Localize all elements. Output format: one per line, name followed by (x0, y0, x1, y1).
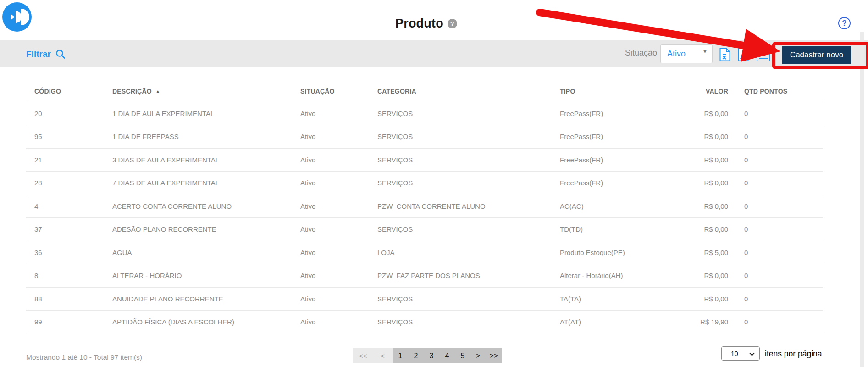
cell-valor: R$ 0,00 (669, 195, 728, 218)
cell-situacao: Ativo (300, 311, 377, 334)
cell-valor: R$ 0,00 (669, 218, 728, 241)
app-header: Produto ? ? (0, 0, 868, 40)
table-row[interactable]: 28 7 DIAS DE AULA EXPERIMENTAL Ativo SER… (26, 172, 823, 195)
help-icon[interactable]: ? (448, 19, 457, 28)
table-body: 20 1 DIA DE AULA EXPERIMENTAL Ativo SERV… (26, 102, 823, 334)
situacao-selected-value: Ativo (667, 49, 686, 59)
filter-link[interactable]: Filtrar (26, 40, 66, 67)
pagination-page-4[interactable]: 4 (439, 348, 455, 363)
cell-codigo: 4 (26, 195, 112, 218)
cell-descricao: 1 DIA DE AULA EXPERIMENTAL (112, 102, 300, 125)
cell-descricao: 1 DIA DE FREEPASS (112, 125, 300, 149)
table-row[interactable]: 88 ANUIDADE PLANO RECORRENTE Ativo SERVI… (26, 287, 823, 311)
cell-descricao: AGUA (112, 241, 300, 264)
table-row[interactable]: 21 3 DIAS DE AULA EXPERIMENTAL Ativo SER… (26, 148, 823, 172)
table-row[interactable]: 95 1 DIA DE FREEPASS Ativo SERVIÇOS Free… (26, 125, 823, 149)
filter-toolbar: Filtrar Situação Ativo ▼ (0, 40, 868, 67)
column-header-situacao[interactable]: SITUAÇÃO (300, 81, 377, 102)
pagination-page-5[interactable]: 5 (455, 348, 470, 363)
cell-descricao: ALTERAR - HORÁRIO (112, 264, 300, 288)
cell-qtd-pontos: 0 (728, 195, 823, 218)
cell-situacao: Ativo (300, 148, 377, 172)
situacao-label: Situação (625, 48, 657, 58)
cell-valor: R$ 19,90 (669, 311, 728, 334)
table-row[interactable]: 4 ACERTO CONTA CORRENTE ALUNO Ativo PZW_… (26, 195, 823, 218)
pagination-page-1[interactable]: 1 (393, 348, 408, 363)
page-title: Produto (395, 17, 443, 31)
cell-valor: R$ 0,00 (669, 172, 728, 195)
cell-tipo: TA(TA) (560, 287, 669, 311)
situacao-select[interactable]: Ativo ▼ (660, 44, 713, 63)
table-row[interactable]: 8 ALTERAR - HORÁRIO Ativo PZW_FAZ PARTE … (26, 264, 823, 288)
cell-tipo: AC(AC) (560, 195, 669, 218)
cell-categoria: SERVIÇOS (377, 218, 560, 241)
column-header-valor[interactable]: VALOR (669, 81, 728, 102)
cell-categoria: SERVIÇOS (377, 125, 560, 149)
cell-situacao: Ativo (300, 218, 377, 241)
table-row[interactable]: 36 AGUA Ativo LOJA Produto Estoque(PE) R… (26, 241, 823, 264)
cell-qtd-pontos: 0 (728, 102, 823, 125)
column-header-tipo[interactable]: TIPO (560, 81, 669, 102)
cell-categoria: SERVIÇOS (377, 311, 560, 334)
page-size-select[interactable]: 10 (721, 346, 760, 361)
chevron-down-icon (749, 350, 754, 356)
table-row[interactable]: 20 1 DIA DE AULA EXPERIMENTAL Ativo SERV… (26, 102, 823, 125)
chevron-down-icon: ▼ (702, 49, 708, 54)
excel-export-icon[interactable] (719, 48, 731, 63)
brand-logo[interactable] (2, 2, 32, 32)
cell-qtd-pontos: 0 (728, 172, 823, 195)
cell-valor: R$ 0,00 (669, 125, 728, 149)
cell-situacao: Ativo (300, 125, 377, 149)
cell-categoria: LOJA (377, 241, 560, 264)
cell-categoria: SERVIÇOS (377, 102, 560, 125)
cell-situacao: Ativo (300, 195, 377, 218)
cell-qtd-pontos: 0 (728, 311, 823, 334)
cell-codigo: 99 (26, 311, 112, 334)
column-header-descricao[interactable]: DESCRIÇÃO▲ (112, 81, 300, 102)
cell-valor: R$ 5,00 (669, 241, 728, 264)
table-row[interactable]: 37 ADESÃO PLANO RECORRENTE Ativo SERVIÇO… (26, 218, 823, 241)
cell-qtd-pontos: 0 (728, 264, 823, 288)
cell-descricao: APTIDÃO FÍSICA (DIAS A ESCOLHER) (112, 311, 300, 334)
column-header-categoria[interactable]: CATEGORIA (377, 81, 560, 102)
table-row[interactable]: 99 APTIDÃO FÍSICA (DIAS A ESCOLHER) Ativ… (26, 311, 823, 334)
column-header-qtd-pontos[interactable]: QTD PONTOS (728, 81, 823, 102)
pagination-page-2[interactable]: 2 (408, 348, 424, 363)
pagination: << < 1 2 3 4 5 > >> (353, 348, 502, 363)
cell-qtd-pontos: 0 (728, 287, 823, 311)
sort-asc-icon: ▲ (156, 89, 160, 94)
table-header-row: CÓDIGO DESCRIÇÃO▲ SITUAÇÃO CATEGORIA TIP… (26, 81, 823, 102)
cell-situacao: Ativo (300, 102, 377, 125)
column-header-codigo[interactable]: CÓDIGO (26, 81, 112, 102)
cell-valor: R$ 0,00 (669, 102, 728, 125)
pagination-next[interactable]: > (470, 348, 486, 363)
pagination-page-3[interactable]: 3 (424, 348, 439, 363)
cell-tipo: FreePass(FR) (560, 148, 669, 172)
cadastrar-novo-button[interactable]: Cadastrar novo (782, 46, 851, 64)
filter-label: Filtrar (26, 49, 51, 59)
cell-categoria: SERVIÇOS (377, 287, 560, 311)
cell-descricao: ANUIDADE PLANO RECORRENTE (112, 287, 300, 311)
pagination-first[interactable]: << (353, 348, 373, 363)
vertical-scrollbar[interactable] (860, 32, 864, 367)
cell-categoria: PZW_FAZ PARTE DOS PLANOS (377, 264, 560, 288)
cell-situacao: Ativo (300, 172, 377, 195)
cell-codigo: 95 (26, 125, 112, 149)
list-view-icon[interactable] (757, 50, 770, 63)
cell-codigo: 28 (26, 172, 112, 195)
help-circle-icon[interactable]: ? (838, 17, 851, 29)
cell-tipo: FreePass(FR) (560, 125, 669, 149)
pagination-prev[interactable]: < (373, 348, 393, 363)
cell-codigo: 37 (26, 218, 112, 241)
page-size-label: itens por página (765, 349, 822, 359)
cell-codigo: 20 (26, 102, 112, 125)
pdf-export-icon[interactable] (737, 48, 749, 63)
cell-codigo: 8 (26, 264, 112, 288)
cell-valor: R$ 0,00 (669, 264, 728, 288)
cell-situacao: Ativo (300, 241, 377, 264)
cell-descricao: ADESÃO PLANO RECORRENTE (112, 218, 300, 241)
cell-valor: R$ 0,00 (669, 148, 728, 172)
cell-categoria: SERVIÇOS (377, 148, 560, 172)
pagination-last[interactable]: >> (486, 348, 502, 363)
cell-qtd-pontos: 0 (728, 241, 823, 264)
